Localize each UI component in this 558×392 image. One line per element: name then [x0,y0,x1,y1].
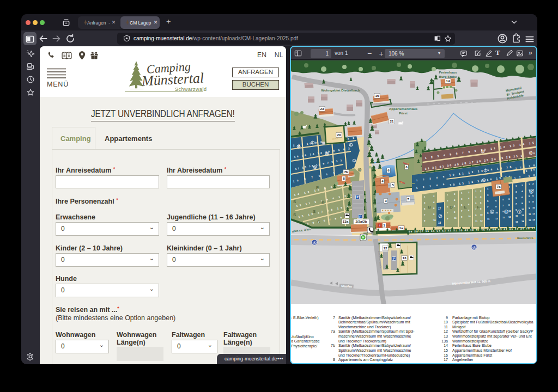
svg-text:23: 23 [320,107,324,111]
svg-text:12: 12 [480,219,483,222]
svg-text:Fürst: Fürst [399,111,407,115]
svg-text:1: 1 [383,223,385,227]
svg-text:T: T [485,169,487,172]
svg-text:21: 21 [390,119,394,123]
svg-text:S: S [293,199,296,204]
svg-text:Münstertal ca.: Münstertal ca. [517,236,533,240]
svg-text:13: 13 [515,220,518,223]
svg-text:6: 6 [387,168,390,172]
svg-text:10: 10 [468,215,471,218]
svg-text:N: N [314,166,316,169]
svg-text:S: S [313,209,316,214]
svg-text:F: F [477,205,480,210]
svg-text:S: S [317,219,320,224]
svg-text:Wohngebiet Dietzelbach: Wohngebiet Dietzelbach [321,88,360,92]
svg-text:L: L [312,142,314,144]
svg-text:12: 12 [508,216,511,218]
svg-text:A: A [417,229,420,232]
svg-text:14: 14 [521,220,524,223]
svg-text:1a: 1a [399,226,403,230]
svg-text:11: 11 [502,216,505,219]
svg-text:12: 12 [521,214,524,217]
svg-text:10: 10 [454,217,457,219]
svg-text:7a: 7a [497,185,501,188]
svg-text:20: 20 [337,133,341,137]
svg-text:10: 10 [433,219,436,222]
svg-text:6: 6 [405,165,408,169]
svg-text:H: H [505,210,507,213]
svg-text:10: 10 [532,206,535,209]
svg-text:10: 10 [521,208,524,211]
svg-text:R: R [322,200,325,205]
svg-text:L: L [350,144,352,146]
svg-text:10: 10 [508,210,511,212]
svg-text:U: U [530,152,531,155]
svg-text:12: 12 [495,217,498,220]
svg-text:10: 10 [495,211,498,214]
svg-text:Bure Stube: Bure Stube [439,75,457,78]
svg-text:A: A [477,228,479,231]
svg-text:U: U [482,150,483,153]
svg-text:13a: 13a [343,219,349,223]
svg-text:Ferienhaus: Ferienhaus [439,70,457,74]
svg-text:8: 8 [343,176,345,180]
svg-text:14: 14 [532,218,535,221]
svg-text:12: 12 [384,246,387,250]
svg-text:12: 12 [532,212,535,215]
svg-text:G: G [491,210,493,213]
svg-text:7: 7 [407,197,409,201]
svg-text:7b: 7b [344,170,348,174]
svg-text:P: P [359,215,361,218]
svg-text:13: 13 [529,219,531,222]
svg-text:M: M [326,152,328,155]
svg-text:10: 10 [480,213,483,216]
svg-text:11: 11 [487,218,490,220]
svg-text:2/2a/2b: 2/2a/2b [356,219,367,223]
svg-text:11: 11 [515,215,518,217]
svg-text:P: P [316,185,319,190]
svg-text:Appartementhaus: Appartementhaus [389,107,418,111]
svg-text:18: 18 [438,222,441,224]
svg-text:3: 3 [385,199,387,203]
svg-text:P: P [393,257,395,260]
svg-text:5: 5 [392,183,394,187]
svg-text:14: 14 [446,79,450,83]
svg-text:16: 16 [375,94,379,97]
svg-text:17: 17 [438,207,441,210]
svg-text:B: B [428,205,431,210]
svg-text:E: E [464,205,467,210]
svg-text:4: 4 [381,179,384,183]
svg-text:D: D [450,205,453,210]
svg-text:S: S [293,212,296,217]
svg-text:11: 11 [475,220,478,223]
svg-text:M: M [298,145,300,148]
svg-text:11: 11 [529,213,531,216]
svg-text:13: 13 [403,256,407,260]
svg-text:L: L [354,160,355,162]
svg-text:P: P [356,195,359,199]
svg-text:H: H [362,236,365,239]
